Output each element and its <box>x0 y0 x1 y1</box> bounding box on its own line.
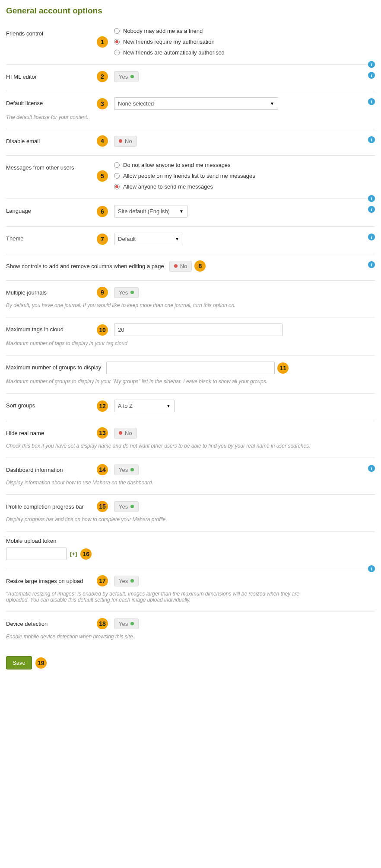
bubble-17: 17 <box>97 575 108 586</box>
default-license-select[interactable]: None selected ▼ <box>114 97 278 110</box>
messages-label: Messages from other users <box>6 162 97 171</box>
friends-option-authorise[interactable]: New friends require my authorisation <box>114 38 225 45</box>
language-select[interactable]: Site default (English) ▼ <box>114 205 187 218</box>
theme-label: Theme <box>6 233 97 242</box>
caret-icon: ▼ <box>270 101 274 106</box>
toggle-text: No <box>125 430 132 436</box>
messages-group: Messages from other users 5 Do not allow… <box>6 158 375 199</box>
bubble-3: 3 <box>97 98 108 109</box>
info-icon[interactable]: i <box>368 61 375 68</box>
bubble-8: 8 <box>194 260 206 272</box>
columns-label: Show controls to add and remove columns … <box>6 260 169 269</box>
toggle-text: Yes <box>119 467 128 473</box>
max-tags-group: Maximum tags in cloud 10 Maximum number … <box>6 320 375 356</box>
caret-icon: ▼ <box>179 209 184 214</box>
info-icon[interactable]: i <box>368 261 375 268</box>
toggle-dot-icon <box>174 264 178 268</box>
info-icon[interactable]: i <box>368 98 375 105</box>
journals-group: Multiple journals 9 Yes By default, you … <box>6 283 375 317</box>
bubble-4: 4 <box>97 135 108 147</box>
radio-icon <box>114 28 120 34</box>
mobile-token-add[interactable]: [+] <box>70 551 77 557</box>
journals-toggle[interactable]: Yes <box>114 287 139 298</box>
bubble-11: 11 <box>277 362 289 374</box>
select-value: Default <box>118 236 136 242</box>
bubble-13: 13 <box>97 427 108 439</box>
hide-name-help: Check this box if you have set a display… <box>6 443 317 449</box>
resize-images-group: Resize large images on upload 17 Yes "Au… <box>6 572 375 612</box>
info-icon[interactable]: i <box>368 465 375 472</box>
radio-icon <box>114 173 120 179</box>
hide-name-label: Hide real name <box>6 427 97 436</box>
disable-email-label: Disable email <box>6 135 97 144</box>
bubble-9: 9 <box>97 287 108 298</box>
radio-icon <box>114 50 120 55</box>
friends-control-group: Friends control 1 Nobody may add me as a… <box>6 24 375 65</box>
toggle-dot-icon <box>130 622 134 625</box>
bubble-16: 16 <box>80 548 92 560</box>
sort-groups-select[interactable]: A to Z ▼ <box>114 400 175 412</box>
info-icon[interactable]: i <box>368 234 375 240</box>
progress-bar-label: Profile completion progress bar <box>6 501 97 510</box>
html-editor-toggle[interactable]: Yes <box>114 71 139 82</box>
theme-select[interactable]: Default ▼ <box>114 233 183 245</box>
max-tags-help: Maximum number of tags to display in you… <box>6 340 375 346</box>
info-icon[interactable]: i <box>368 565 375 572</box>
toggle-text: Yes <box>119 74 128 80</box>
radio-label: New friends are automatically authorised <box>123 49 225 56</box>
bubble-1: 1 <box>97 36 108 48</box>
messages-option-anyone[interactable]: Allow anyone to send me messages <box>114 183 255 190</box>
mobile-token-input[interactable] <box>6 548 67 560</box>
messages-option-friends[interactable]: Allow people on my friends list to send … <box>114 173 255 179</box>
hide-name-toggle[interactable]: No <box>114 428 137 439</box>
friends-option-auto[interactable]: New friends are automatically authorised <box>114 49 225 56</box>
friends-option-nobody[interactable]: Nobody may add me as a friend <box>114 28 225 34</box>
bubble-10: 10 <box>97 324 108 336</box>
toggle-dot-icon <box>130 579 134 583</box>
messages-option-none[interactable]: Do not allow anyone to send me messages <box>114 162 255 168</box>
default-license-label: Default license <box>6 97 97 106</box>
info-icon[interactable]: i <box>368 136 375 143</box>
info-icon[interactable]: i <box>368 195 375 202</box>
radio-icon <box>114 39 120 45</box>
toggle-text: No <box>125 138 132 144</box>
toggle-text: No <box>180 263 187 269</box>
progress-bar-group: Profile completion progress bar 15 Yes D… <box>6 497 375 532</box>
html-editor-group: HTML editor 2 Yes i <box>6 67 375 91</box>
radio-label: Nobody may add me as a friend <box>123 28 203 34</box>
html-editor-label: HTML editor <box>6 71 97 80</box>
progress-bar-toggle[interactable]: Yes <box>114 501 139 512</box>
bubble-18: 18 <box>97 618 108 629</box>
max-groups-input[interactable] <box>106 362 275 374</box>
disable-email-toggle[interactable]: No <box>114 136 137 147</box>
save-button[interactable]: Save <box>6 656 32 669</box>
dashboard-info-toggle[interactable]: Yes <box>114 464 139 475</box>
sort-groups-label: Sort groups <box>6 400 97 409</box>
default-license-group: Default license 3 None selected ▼ i The … <box>6 94 375 129</box>
caret-icon: ▼ <box>175 237 179 241</box>
device-detection-help: Enable mobile device detection when brow… <box>6 634 375 640</box>
toggle-dot-icon <box>130 291 134 294</box>
radio-label: Allow anyone to send me messages <box>123 183 213 190</box>
language-label: Language <box>6 205 97 214</box>
resize-images-toggle[interactable]: Yes <box>114 576 139 586</box>
bubble-12: 12 <box>97 400 108 412</box>
bubble-6: 6 <box>97 206 108 217</box>
resize-images-label: Resize large images on upload <box>6 575 97 584</box>
radio-label: Allow people on my friends list to send … <box>123 173 255 179</box>
max-tags-label: Maximum tags in cloud <box>6 323 97 333</box>
max-tags-input[interactable] <box>114 323 283 336</box>
info-icon[interactable]: i <box>368 72 375 79</box>
bubble-19: 19 <box>35 657 47 669</box>
toggle-dot-icon <box>119 139 122 143</box>
bubble-15: 15 <box>97 501 108 512</box>
default-license-help: The default license for your content. <box>6 114 375 120</box>
columns-toggle[interactable]: No <box>169 261 192 272</box>
device-detection-toggle[interactable]: Yes <box>114 618 139 629</box>
info-icon[interactable]: i <box>368 206 375 213</box>
journals-label: Multiple journals <box>6 287 97 296</box>
page-title: General account options <box>6 6 375 16</box>
select-value: A to Z <box>118 403 133 409</box>
bubble-14: 14 <box>97 464 108 475</box>
radio-label: New friends require my authorisation <box>123 38 215 45</box>
